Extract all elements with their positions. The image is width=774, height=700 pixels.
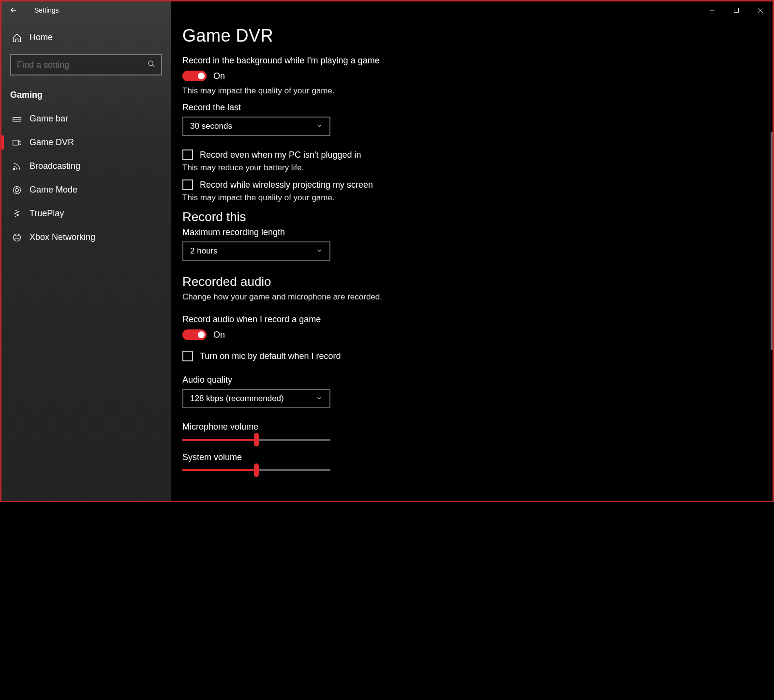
gamemode-icon <box>12 185 22 195</box>
record-last-value: 30 seconds <box>190 121 232 131</box>
home-label: Home <box>30 32 53 43</box>
mic-volume-slider[interactable] <box>182 439 330 441</box>
sidebar-item-game-bar[interactable]: Game bar <box>1 107 171 131</box>
recorded-audio-heading: Recorded audio <box>182 274 761 289</box>
close-icon <box>758 7 763 13</box>
window-title: Settings <box>34 6 59 14</box>
svg-point-4 <box>149 61 153 65</box>
record-last-label: Record the last <box>182 103 761 113</box>
nav-label: Game bar <box>30 114 68 124</box>
slider-thumb[interactable] <box>254 463 259 477</box>
bg-record-help: This may impact the quality of your game… <box>182 86 761 96</box>
maximize-button[interactable] <box>724 1 748 19</box>
svg-rect-1 <box>734 8 739 13</box>
audio-quality-label: Audio quality <box>182 375 761 385</box>
maximize-icon <box>733 7 739 13</box>
back-button[interactable] <box>1 1 26 19</box>
bg-record-label: Record in the background while I'm playi… <box>182 56 761 66</box>
max-length-select[interactable]: 2 hours <box>182 241 330 261</box>
checkbox-not-plugged-help: This may reduce your battery life. <box>182 163 761 173</box>
search-input[interactable] <box>17 60 148 70</box>
slider-fill <box>182 439 256 441</box>
chevron-down-icon <box>316 395 323 403</box>
nav-label: Game Mode <box>30 185 77 195</box>
trueplay-icon <box>12 209 22 219</box>
slider-fill <box>182 469 256 471</box>
svg-line-5 <box>152 65 154 67</box>
bg-record-toggle[interactable] <box>182 71 207 81</box>
record-this-heading: Record this <box>182 209 761 224</box>
section-gaming: Gaming <box>1 86 171 107</box>
audio-quality-select[interactable]: 128 kbps (recommended) <box>182 389 330 408</box>
nav-label: Broadcasting <box>30 161 80 171</box>
checkbox-not-plugged[interactable] <box>182 149 193 160</box>
sidebar-item-xbox-networking[interactable]: Xbox Networking <box>1 225 171 249</box>
home-icon <box>12 33 22 43</box>
bg-record-state: On <box>213 71 225 81</box>
record-audio-label: Record audio when I record a game <box>182 314 761 325</box>
nav-label: TruePlay <box>30 209 64 219</box>
minimize-icon <box>709 7 715 13</box>
svg-rect-6 <box>13 117 21 121</box>
chevron-down-icon <box>316 247 323 255</box>
svg-point-11 <box>15 188 19 192</box>
checkbox-not-plugged-label: Record even when my PC isn't plugged in <box>200 150 361 160</box>
chevron-down-icon <box>316 122 323 131</box>
nav-label: Game DVR <box>30 137 74 148</box>
close-button[interactable] <box>748 1 773 19</box>
dvr-icon <box>12 138 22 148</box>
sidebar: Home Gaming Game bar Game DVR Broadcasti… <box>1 1 171 501</box>
record-last-select[interactable]: 30 seconds <box>182 117 330 136</box>
checkbox-projecting[interactable] <box>182 179 193 190</box>
page-title: Game DVR <box>182 26 761 46</box>
scrollbar[interactable] <box>771 132 773 350</box>
content-pane: Game DVR Record in the background while … <box>171 1 773 501</box>
svg-point-14 <box>14 234 21 241</box>
record-audio-state: On <box>213 330 225 340</box>
xbox-icon <box>12 233 22 242</box>
mic-volume-label: Microphone volume <box>182 422 761 432</box>
recorded-audio-desc: Change how your game and microphone are … <box>182 292 761 302</box>
checkbox-mic-default-label: Turn on mic by default when I record <box>200 351 341 361</box>
audio-quality-value: 128 kbps (recommended) <box>190 394 284 403</box>
sys-volume-label: System volume <box>182 452 761 462</box>
nav-label: Xbox Networking <box>30 232 95 242</box>
svg-point-9 <box>14 168 15 170</box>
search-box[interactable] <box>10 54 162 75</box>
sidebar-item-trueplay[interactable]: TruePlay <box>1 202 171 225</box>
record-audio-toggle[interactable] <box>182 329 207 340</box>
sidebar-home[interactable]: Home <box>1 26 171 49</box>
settings-window: Settings Home Gami <box>0 0 774 502</box>
svg-rect-8 <box>13 140 19 145</box>
sidebar-item-game-mode[interactable]: Game Mode <box>1 178 171 202</box>
titlebar: Settings <box>1 1 773 19</box>
max-length-value: 2 hours <box>190 246 218 256</box>
minimize-button[interactable] <box>700 1 724 19</box>
checkbox-projecting-help: This may impact the quality of your game… <box>182 193 761 203</box>
broadcast-icon <box>12 162 22 171</box>
gamebar-icon <box>12 114 22 124</box>
checkbox-projecting-label: Record while wirelessly projecting my sc… <box>200 180 373 190</box>
slider-thumb[interactable] <box>254 433 259 447</box>
search-icon <box>148 60 155 70</box>
sidebar-item-broadcasting[interactable]: Broadcasting <box>1 154 171 178</box>
checkbox-mic-default[interactable] <box>182 351 193 361</box>
sys-volume-slider[interactable] <box>182 469 330 471</box>
sidebar-item-game-dvr[interactable]: Game DVR <box>1 131 171 154</box>
arrow-left-icon <box>9 6 18 15</box>
max-length-label: Maximum recording length <box>182 227 761 238</box>
